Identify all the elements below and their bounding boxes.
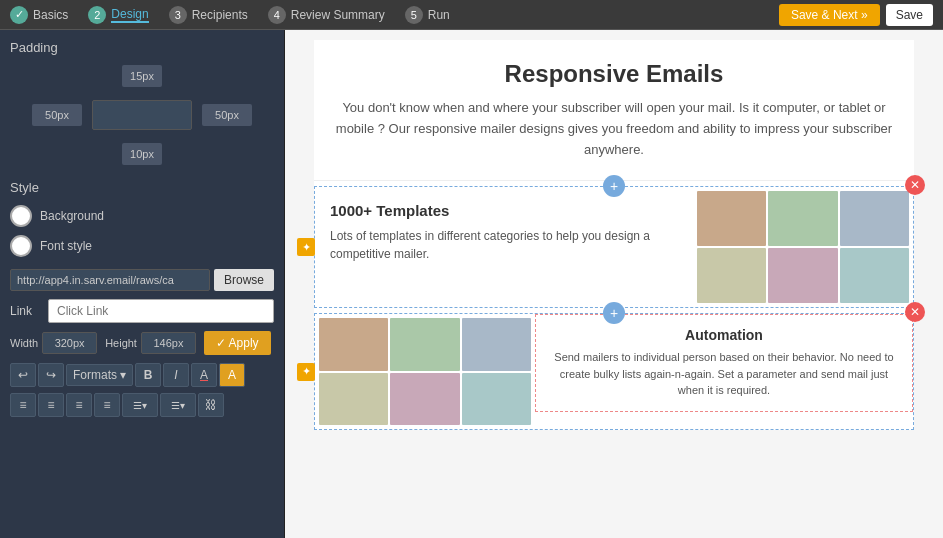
automation-heading: Automation	[548, 327, 900, 343]
email-preview: Responsive Emails You don't know when an…	[314, 40, 914, 430]
bg-color-button[interactable]: A	[219, 363, 245, 387]
height-group: Height	[105, 332, 196, 354]
background-label: Background	[40, 209, 104, 223]
width-input[interactable]	[42, 332, 97, 354]
section-1-image	[693, 187, 913, 307]
main-layout: Padding 15px 50px 50px 10px Style Backgr…	[0, 30, 943, 538]
pad-center	[92, 100, 192, 130]
s2-thumb-3	[462, 318, 531, 371]
toolbar-row-2: ≡ ≡ ≡ ≡ ☰▾ ☰▾ ⛓	[10, 393, 274, 417]
left-panel: Padding 15px 50px 50px 10px Style Backgr…	[0, 30, 285, 538]
font-style-row: Font style	[10, 235, 274, 257]
s2-thumb-5	[390, 373, 459, 426]
align-justify-button[interactable]: ≡	[94, 393, 120, 417]
nav-step-run[interactable]: 5 Run	[405, 6, 450, 24]
align-center-button[interactable]: ≡	[38, 393, 64, 417]
section-1-heading: 1000+ Templates	[330, 202, 678, 219]
url-input[interactable]	[10, 269, 210, 291]
browse-button[interactable]: Browse	[214, 269, 274, 291]
nav-step-review[interactable]: 4 Review Summary	[268, 6, 385, 24]
background-color-swatch[interactable]	[10, 205, 32, 227]
style-section-title: Style	[10, 180, 274, 195]
save-button[interactable]: Save	[886, 4, 933, 26]
thumb-1	[697, 191, 766, 246]
step-label-design: Design	[111, 7, 148, 23]
s2-thumb-1	[319, 318, 388, 371]
s2-thumb-2	[390, 318, 459, 371]
url-row: Browse	[10, 269, 274, 291]
email-title: Responsive Emails	[334, 60, 894, 88]
thumb-5	[768, 248, 837, 303]
height-input[interactable]	[141, 332, 196, 354]
font-color-button[interactable]: A	[191, 363, 217, 387]
step-num-recipients: 3	[169, 6, 187, 24]
section-handle-2[interactable]: ✦	[297, 363, 315, 381]
formats-chevron-icon: ▾	[120, 368, 126, 382]
list-ul-dropdown[interactable]: ☰▾	[122, 393, 158, 417]
background-row: Background	[10, 205, 274, 227]
font-style-label: Font style	[40, 239, 92, 253]
link-input[interactable]	[48, 299, 274, 323]
toolbar-row-1: ↩ ↪ Formats ▾ B I A A	[10, 363, 274, 387]
link-label: Link	[10, 304, 40, 318]
style-section: Style Background Font style	[10, 180, 274, 257]
email-section-2: ✦ + ✕	[314, 313, 914, 430]
s2-thumb-4	[319, 373, 388, 426]
apply-button[interactable]: ✓ Apply	[204, 331, 271, 355]
nav-step-recipients[interactable]: 3 Recipients	[169, 6, 248, 24]
link-insert-button[interactable]: ⛓	[198, 393, 224, 417]
automation-text: Send mailers to individual person based …	[548, 349, 900, 399]
email-header: Responsive Emails You don't know when an…	[314, 40, 914, 181]
align-right-button[interactable]: ≡	[66, 393, 92, 417]
undo-button[interactable]: ↩	[10, 363, 36, 387]
section-handle-1[interactable]: ✦	[297, 238, 315, 256]
pad-bottom[interactable]: 10px	[122, 143, 162, 165]
italic-button[interactable]: I	[163, 363, 189, 387]
top-navigation: ✓ Basics 2 Design 3 Recipients 4 Review …	[0, 0, 943, 30]
formats-label: Formats	[73, 368, 117, 382]
padding-section-title: Padding	[10, 40, 274, 55]
step-num-basics: ✓	[10, 6, 28, 24]
section-add-top-1[interactable]: +	[603, 175, 625, 197]
section-close-1[interactable]: ✕	[905, 175, 925, 195]
step-label-run: Run	[428, 8, 450, 22]
section-1-body: Lots of templates in different categorie…	[330, 227, 678, 263]
link-row: Link	[10, 299, 274, 323]
width-group: Width	[10, 332, 97, 354]
step-label-basics: Basics	[33, 8, 68, 22]
section-1-inner: 1000+ Templates Lots of templates in dif…	[315, 187, 913, 307]
redo-button[interactable]: ↪	[38, 363, 64, 387]
thumb-4	[697, 248, 766, 303]
section-add-top-2[interactable]: +	[603, 302, 625, 324]
padding-box: 15px 50px 50px 10px	[32, 65, 252, 165]
step-num-review: 4	[268, 6, 286, 24]
s2-thumb-6	[462, 373, 531, 426]
save-next-button[interactable]: Save & Next »	[779, 4, 880, 26]
height-label: Height	[105, 337, 137, 349]
bold-button[interactable]: B	[135, 363, 161, 387]
list-ol-dropdown[interactable]: ☰▾	[160, 393, 196, 417]
step-num-run: 5	[405, 6, 423, 24]
font-style-swatch[interactable]	[10, 235, 32, 257]
step-label-recipients: Recipients	[192, 8, 248, 22]
section-2-image	[315, 314, 535, 429]
width-height-row: Width Height ✓ Apply	[10, 331, 274, 355]
pad-top[interactable]: 15px	[122, 65, 162, 87]
automation-box: Automation Send mailers to individual pe…	[535, 314, 913, 412]
right-content: Responsive Emails You don't know when an…	[285, 30, 943, 538]
align-left-button[interactable]: ≡	[10, 393, 36, 417]
thumb-2	[768, 191, 837, 246]
section-close-2[interactable]: ✕	[905, 302, 925, 322]
email-intro: You don't know when and where your subsc…	[334, 98, 894, 160]
section-2-text: Automation Send mailers to individual pe…	[535, 314, 913, 429]
formats-dropdown[interactable]: Formats ▾	[66, 364, 133, 386]
pad-right[interactable]: 50px	[202, 104, 252, 126]
section-1-text: 1000+ Templates Lots of templates in dif…	[315, 187, 693, 307]
nav-step-basics[interactable]: ✓ Basics	[10, 6, 68, 24]
nav-step-design[interactable]: 2 Design	[88, 6, 148, 24]
width-label: Width	[10, 337, 38, 349]
pad-left[interactable]: 50px	[32, 104, 82, 126]
thumb-3	[840, 191, 909, 246]
step-label-review: Review Summary	[291, 8, 385, 22]
step-num-design: 2	[88, 6, 106, 24]
